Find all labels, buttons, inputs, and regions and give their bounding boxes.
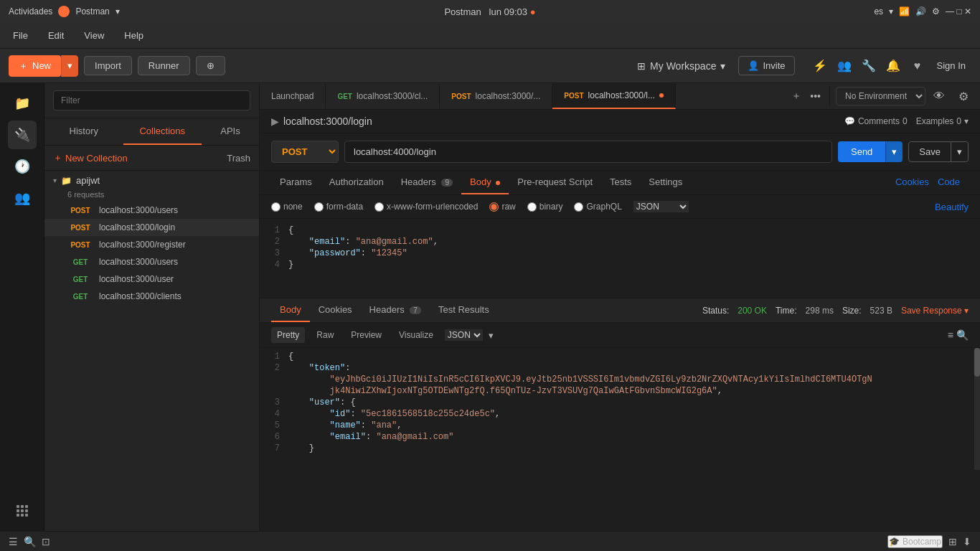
visualize-tab[interactable]: Visualize bbox=[393, 327, 439, 343]
collections-tab[interactable]: Collections bbox=[123, 118, 202, 145]
send-button-extra[interactable]: ⊕ bbox=[196, 56, 225, 75]
new-dropdown-button[interactable]: ▾ bbox=[61, 55, 78, 77]
preview-tab[interactable]: Preview bbox=[345, 327, 387, 343]
response-body[interactable]: 1 { 2 "token": "eyJhbGci0iJIUzI1NiIsInR5… bbox=[260, 348, 980, 470]
runner-button[interactable]: Runner bbox=[138, 56, 190, 75]
trash-button[interactable]: Trash bbox=[227, 153, 250, 164]
bell-icon-btn[interactable]: 🔔 bbox=[882, 55, 904, 77]
save-button[interactable]: Save bbox=[908, 141, 951, 162]
request-body-editor[interactable]: 1 { 2 "email": "ana@gmail.com", 3 "passw… bbox=[260, 219, 980, 298]
postman-logo-icon bbox=[58, 6, 70, 17]
invite-button[interactable]: 👤 Invite bbox=[738, 56, 794, 75]
request-item-2[interactable]: POST localhost:3000/register bbox=[44, 236, 259, 253]
apis-tab[interactable]: APIs bbox=[202, 118, 259, 145]
response-format-select[interactable]: JSON bbox=[445, 329, 483, 341]
bottom-download-icon[interactable]: ⬇ bbox=[963, 536, 971, 547]
lines-icon-btn[interactable]: ≡ bbox=[948, 329, 953, 341]
menu-help[interactable]: Help bbox=[120, 27, 148, 44]
new-button[interactable]: ＋ New bbox=[9, 55, 61, 77]
resp-cookies-tab[interactable]: Cookies bbox=[310, 298, 361, 322]
comments-button[interactable]: 💬 Comments 0 bbox=[844, 116, 908, 126]
bootcamp-button[interactable]: 🎓 Bootcamp bbox=[887, 535, 943, 548]
scrollbar-track[interactable] bbox=[974, 348, 980, 470]
left-icon-grid[interactable] bbox=[8, 496, 37, 525]
menu-file[interactable]: File bbox=[9, 27, 32, 44]
raw-tab[interactable]: Raw bbox=[311, 327, 339, 343]
pretty-tab[interactable]: Pretty bbox=[271, 327, 305, 343]
environment-select[interactable]: No Environment bbox=[836, 87, 925, 105]
none-option[interactable]: none bbox=[271, 202, 303, 212]
status-label: Status: bbox=[702, 306, 729, 316]
more-tabs-button[interactable]: ••• bbox=[807, 87, 824, 105]
binary-option[interactable]: binary bbox=[527, 202, 563, 212]
headers-tab[interactable]: Headers 9 bbox=[392, 171, 461, 194]
url-input[interactable] bbox=[344, 141, 832, 163]
import-button[interactable]: Import bbox=[84, 56, 132, 75]
menu-view[interactable]: View bbox=[80, 27, 108, 44]
tab-post-2[interactable]: POST localhost:3000/l... bbox=[552, 83, 676, 109]
left-icon-api[interactable]: 🔌 bbox=[8, 121, 37, 149]
bottom-expand-icon[interactable]: ⊞ bbox=[948, 536, 957, 547]
request-item-4[interactable]: GET localhost:3000/user bbox=[44, 270, 259, 288]
size-label: Size: bbox=[842, 306, 862, 316]
eye-icon-btn[interactable]: 👁 bbox=[928, 85, 950, 107]
left-icon-team[interactable]: 👥 bbox=[8, 184, 37, 212]
binary-radio[interactable] bbox=[527, 202, 537, 212]
menu-edit[interactable]: Edit bbox=[44, 27, 68, 44]
tab-post-1[interactable]: POST localhost:3000/... bbox=[440, 84, 552, 108]
save-response-button[interactable]: Save Response ▾ bbox=[901, 306, 969, 316]
left-icon-folder[interactable]: 📁 bbox=[8, 89, 37, 118]
request-item-1[interactable]: POST localhost:3000/login bbox=[44, 219, 259, 236]
history-tab[interactable]: History bbox=[44, 118, 123, 145]
tests-tab[interactable]: Tests bbox=[601, 171, 640, 194]
raw-option[interactable]: raw bbox=[489, 202, 515, 212]
bottom-collections-icon[interactable]: ☰ bbox=[9, 536, 18, 547]
authorization-tab[interactable]: Authorization bbox=[321, 171, 392, 194]
resp-test-results-tab[interactable]: Test Results bbox=[430, 298, 498, 322]
lightning-icon-btn[interactable]: ⚡ bbox=[809, 55, 831, 77]
scrollbar-thumb[interactable] bbox=[974, 348, 980, 377]
body-format-select[interactable]: JSON Text JavaScript HTML XML bbox=[633, 201, 689, 212]
request-item-0[interactable]: POST localhost:3000/users bbox=[44, 202, 259, 219]
save-dropdown-button[interactable]: ▾ bbox=[951, 141, 969, 162]
tab-get[interactable]: GET localhost:3000/cl... bbox=[326, 84, 440, 108]
url-encoded-radio[interactable] bbox=[374, 202, 384, 212]
params-tab[interactable]: Params bbox=[271, 171, 321, 194]
collection-header[interactable]: ▾ 📁 apijwt bbox=[44, 171, 259, 190]
search-response-btn[interactable]: 🔍 bbox=[956, 329, 969, 341]
cookies-link[interactable]: Cookies bbox=[895, 171, 929, 194]
form-data-radio[interactable] bbox=[314, 202, 324, 212]
resp-headers-tab[interactable]: Headers 7 bbox=[361, 298, 430, 322]
pre-request-script-tab[interactable]: Pre-request Script bbox=[509, 171, 601, 194]
request-item-3[interactable]: GET localhost:3000/users bbox=[44, 253, 259, 270]
bottom-layout-icon[interactable]: ⊡ bbox=[42, 536, 50, 547]
sign-in-button[interactable]: Sign In bbox=[931, 57, 971, 75]
left-icon-history[interactable]: 🕐 bbox=[8, 152, 37, 181]
send-button[interactable]: Send bbox=[838, 141, 885, 162]
graphql-option[interactable]: GraphQL bbox=[574, 202, 621, 212]
tab-launchpad[interactable]: Launchpad bbox=[260, 84, 326, 108]
tool-icon-btn[interactable]: 🔧 bbox=[858, 55, 880, 77]
send-dropdown-button[interactable]: ▾ bbox=[885, 141, 903, 162]
body-tab[interactable]: Body bbox=[461, 171, 509, 194]
heart-icon-btn[interactable]: ♥ bbox=[907, 55, 928, 77]
form-data-option[interactable]: form-data bbox=[314, 202, 363, 212]
raw-radio[interactable] bbox=[489, 202, 499, 212]
beautify-button[interactable]: Beautify bbox=[935, 202, 969, 212]
resp-body-tab[interactable]: Body bbox=[271, 298, 310, 322]
settings-tab[interactable]: Settings bbox=[640, 171, 691, 194]
workspace-button[interactable]: ⊞ My Workspace ▾ bbox=[630, 57, 732, 75]
url-encoded-option[interactable]: x-www-form-urlencoded bbox=[374, 202, 478, 212]
people-icon-btn[interactable]: 👥 bbox=[834, 55, 855, 77]
graphql-radio[interactable] bbox=[574, 202, 583, 212]
method-select[interactable]: POST GET PUT DELETE bbox=[271, 141, 339, 163]
add-tab-button[interactable]: ＋ bbox=[788, 87, 804, 105]
none-radio[interactable] bbox=[271, 202, 281, 212]
request-item-5[interactable]: GET localhost:3000/clients bbox=[44, 288, 259, 305]
bottom-search-icon[interactable]: 🔍 bbox=[24, 536, 36, 547]
new-collection-button[interactable]: ＋ New Collection bbox=[53, 151, 128, 164]
examples-button[interactable]: Examples 0 ▾ bbox=[916, 116, 969, 126]
gear-icon-btn[interactable]: ⚙ bbox=[953, 85, 974, 107]
code-link[interactable]: Code bbox=[929, 171, 969, 194]
filter-input[interactable] bbox=[53, 90, 250, 110]
